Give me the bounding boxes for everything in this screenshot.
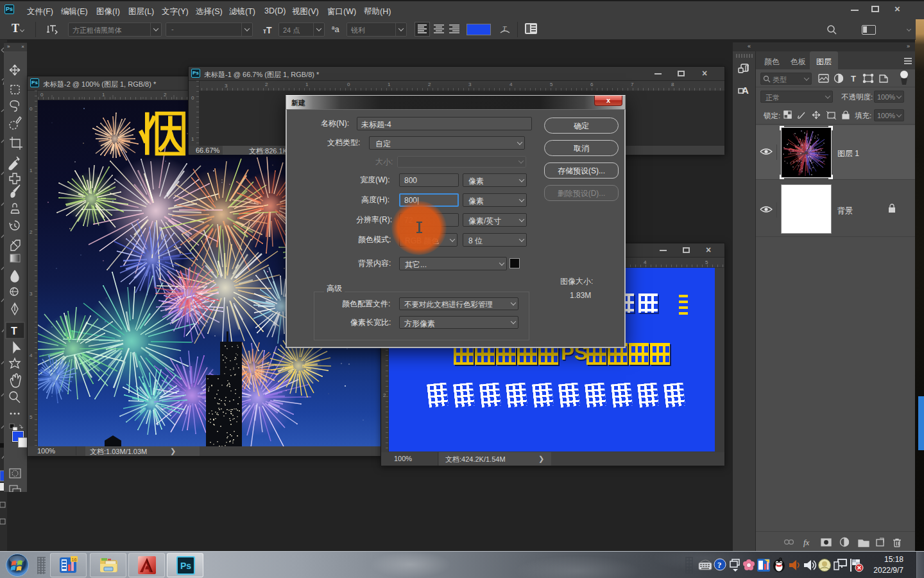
svg-text:T: T [502, 24, 507, 32]
svg-text:T: T [851, 74, 856, 83]
svg-text:16: 16 [72, 557, 77, 562]
svg-text:T: T [11, 326, 17, 337]
svg-text:?: ? [717, 560, 722, 570]
svg-text:fx: fx [803, 538, 810, 547]
